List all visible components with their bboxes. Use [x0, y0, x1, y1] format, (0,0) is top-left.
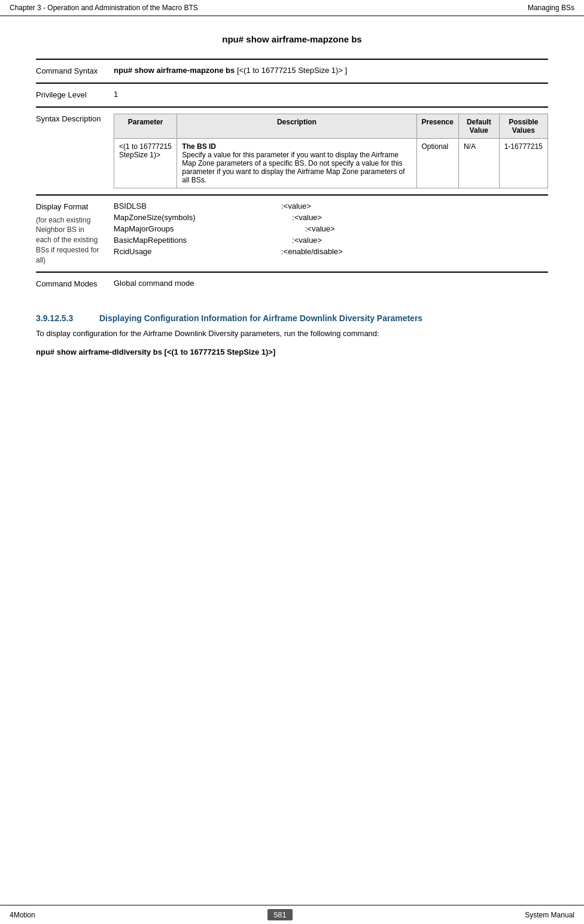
- param-table: Parameter Description Presence Default V…: [114, 114, 548, 188]
- subsection-heading: 3.9.12.5.3 Displaying Configuration Info…: [36, 313, 548, 323]
- display-key-rcidusage: RcidUsage: [114, 247, 281, 256]
- display-line-mapzonesize: MapZoneSize(symbols) :<value>: [114, 213, 548, 222]
- col-header-presence: Presence: [416, 114, 458, 139]
- section-label-command-modes: Command Modes: [36, 279, 108, 289]
- col-header-possible: Possible Values: [499, 114, 548, 139]
- display-val-mapzonesize: :<value>: [281, 213, 548, 222]
- cell-default: N/A: [458, 139, 499, 188]
- cell-description: The BS ID Specify a value for this param…: [177, 139, 416, 188]
- display-line-rcidusage: RcidUsage :<enable/disable>: [114, 247, 548, 256]
- section-privilege-level: Privilege Level 1: [36, 83, 548, 106]
- main-content: npu# show airframe-mapzone bs Command Sy…: [0, 16, 584, 377]
- display-val-basicmaprepetitions: :<value>: [281, 236, 548, 245]
- cell-presence: Optional: [416, 139, 458, 188]
- display-val-rcidusage: :<enable/disable>: [281, 247, 548, 256]
- page-footer: 4Motion 581 System Manual: [0, 905, 584, 924]
- section-content-command-syntax: npu# show airframe-mapzone bs [<(1 to 16…: [108, 66, 548, 77]
- command-syntax-value: npu# show airframe-mapzone bs: [114, 66, 235, 75]
- section-command-modes: Command Modes Global command mode: [36, 272, 548, 295]
- section-content-syntax-desc: Parameter Description Presence Default V…: [108, 114, 548, 188]
- section-content-command-modes: Global command mode: [108, 279, 548, 289]
- footer-right: System Manual: [525, 911, 574, 919]
- command-syntax-suffix: [<(1 to 16777215 StepSize 1)> ]: [235, 66, 347, 75]
- display-format-sublabel: (for each existing Neighbor BS in each o…: [36, 215, 102, 266]
- display-line-mapmajorgroups: MapMajorGroups :<value>: [114, 224, 548, 233]
- col-header-default: Default Value: [458, 114, 499, 139]
- subsection-command: npu# show airframe-dldiversity bs: [36, 347, 162, 356]
- subsection-title: Displaying Configuration Information for…: [99, 313, 422, 323]
- section-display-format: Display Format (for each existing Neighb…: [36, 194, 548, 271]
- display-val-mapmajorgroups: :<value>: [281, 224, 548, 233]
- section-content-privilege: 1: [108, 90, 548, 100]
- subsection-id: 3.9.12.5.3: [36, 313, 90, 323]
- desc-line1: The BS ID: [182, 142, 411, 151]
- display-line-bsidlsb: BSIDLSB :<value>: [114, 202, 548, 211]
- col-header-description: Description: [177, 114, 416, 139]
- display-key-mapzonesize: MapZoneSize(symbols): [114, 213, 281, 222]
- display-key-mapmajorgroups: MapMajorGroups: [114, 224, 281, 233]
- section-content-display-format: BSIDLSB :<value> MapZoneSize(symbols) :<…: [108, 202, 548, 265]
- display-val-bsidlsb: :<value>: [281, 202, 548, 211]
- header-left: Chapter 3 - Operation and Administration…: [10, 4, 198, 12]
- subsection-command-suffix: [<(1 to 16777215 StepSize 1)>]: [162, 347, 275, 356]
- subsection-command-line: npu# show airframe-dldiversity bs [<(1 t…: [36, 346, 548, 358]
- display-key-basicmaprepetitions: BasicMapRepetitions: [114, 236, 281, 245]
- footer-page-number: 581: [267, 909, 293, 920]
- page-header: Chapter 3 - Operation and Administration…: [0, 0, 584, 16]
- cell-possible: 1-16777215: [499, 139, 548, 188]
- section-command-syntax: Command Syntax npu# show airframe-mapzon…: [36, 59, 548, 83]
- command-title: npu# show airframe-mapzone bs: [36, 34, 548, 44]
- col-header-parameter: Parameter: [114, 114, 177, 139]
- desc-line2: Specify a value for this parameter if yo…: [182, 151, 411, 184]
- section-label-syntax-desc: Syntax Description: [36, 114, 108, 188]
- section-syntax-description: Syntax Description Parameter Description…: [36, 106, 548, 194]
- footer-left: 4Motion: [10, 911, 35, 919]
- cell-parameter: <(1 to 16777215 StepSize 1)>: [114, 139, 177, 188]
- section-label-command-syntax: Command Syntax: [36, 66, 108, 77]
- section-label-display-format: Display Format (for each existing Neighb…: [36, 202, 108, 265]
- display-key-bsidlsb: BSIDLSB: [114, 202, 281, 211]
- section-label-privilege: Privilege Level: [36, 90, 108, 100]
- header-right: Managing BSs: [528, 4, 574, 12]
- display-line-basicmaprepetitions: BasicMapRepetitions :<value>: [114, 236, 548, 245]
- table-row: <(1 to 16777215 StepSize 1)> The BS ID S…: [114, 139, 548, 188]
- subsection-body: To display configuration for the Airfram…: [36, 328, 548, 340]
